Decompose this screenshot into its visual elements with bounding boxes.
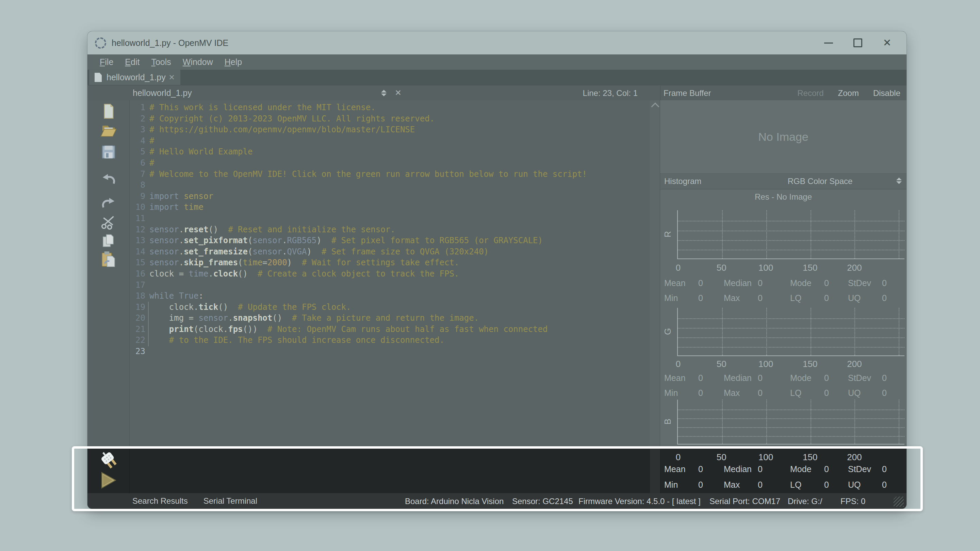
undo-button[interactable] — [88, 170, 129, 189]
open-file-button[interactable] — [88, 121, 129, 140]
bottom-tab-search-results[interactable]: Search Results — [132, 496, 188, 506]
tick-label: 50 — [717, 452, 727, 462]
line-number: 10 — [130, 202, 150, 213]
menu-item-tools[interactable]: Tools — [151, 57, 171, 67]
line-number: 20 — [130, 313, 150, 324]
selector-updown-icon[interactable] — [381, 90, 387, 96]
frame-buffer-title: Frame Buffer — [663, 89, 711, 98]
code-line: 11 — [130, 213, 650, 224]
x-axis-ticks: 050100150200 — [677, 359, 904, 370]
status-fps: FPS: 0 — [840, 497, 865, 506]
openmv-ide-window: helloworld_1.py - OpenMV IDE ✕ FileEditT… — [88, 31, 907, 509]
save-file-button[interactable] — [88, 143, 129, 162]
stat-mean: Mean0 — [664, 278, 724, 288]
line-number: 5 — [130, 146, 150, 157]
scrollbar-track-dark[interactable] — [650, 446, 660, 493]
x-axis-ticks: 050100150200 — [677, 452, 904, 464]
tick-label: 150 — [803, 452, 817, 462]
status-board: Board: Arduino Nicla Vision — [405, 497, 504, 506]
line-text: # to the IDE. The FPS should increase on… — [150, 335, 444, 346]
document-selector[interactable]: helloworld_1.py — [133, 88, 192, 98]
main-area: 1# This work is licensed under the MIT l… — [88, 100, 907, 493]
undo-icon — [100, 171, 118, 189]
code-editor[interactable]: 1# This work is licensed under the MIT l… — [130, 100, 660, 493]
line-number: 6 — [130, 157, 150, 169]
code-line: 20 img = sensor.snapshot() # Take a pict… — [130, 313, 650, 324]
menu-item-help[interactable]: Help — [224, 57, 242, 67]
zoom-button[interactable]: Zoom — [838, 89, 859, 98]
title-bar[interactable]: helloworld_1.py - OpenMV IDE ✕ — [88, 31, 907, 54]
record-button: Record — [797, 89, 824, 98]
minimize-button[interactable] — [814, 31, 843, 54]
resize-grip[interactable] — [894, 497, 904, 507]
disable-button[interactable]: Disable — [873, 89, 900, 98]
code-line: 14sensor.set_framesize(sensor.QVGA) # Se… — [130, 246, 650, 257]
copy-button[interactable] — [88, 231, 129, 250]
panel-divider — [660, 86, 660, 101]
channel-label-b: B — [662, 415, 673, 429]
save-floppy-icon — [100, 143, 118, 161]
menu-item-edit[interactable]: Edit — [125, 57, 140, 67]
close-icon: ✕ — [883, 38, 891, 48]
tick-label: 0 — [676, 452, 681, 462]
new-file-button[interactable] — [88, 102, 129, 121]
tab-close-icon[interactable]: ✕ — [169, 73, 175, 82]
scroll-up-icon[interactable] — [651, 102, 659, 111]
selector-close-icon[interactable]: ✕ — [395, 88, 401, 98]
code-line: 8 — [130, 179, 650, 191]
code-line: 9import sensor — [130, 191, 650, 202]
line-text: # Copyright (c) 2013-2023 OpenMV LLC. Al… — [150, 113, 434, 124]
stat-mode: Mode0 — [790, 373, 848, 383]
new-file-icon — [100, 103, 117, 120]
tool-sidebar — [88, 100, 130, 493]
status-sensor: Sensor: GC2145 — [512, 497, 573, 506]
line-text: # Welcome to the OpenMV IDE! Click on th… — [150, 169, 587, 180]
tab-helloworld[interactable]: helloworld_1.py ✕ — [89, 70, 180, 85]
menu-item-window[interactable]: Window — [183, 57, 213, 67]
color-space-updown-icon[interactable] — [896, 178, 902, 184]
code-line: 4# — [130, 135, 650, 147]
channel-label-r: R — [662, 227, 673, 241]
tab-label: helloworld_1.py — [107, 73, 166, 82]
run-script-button[interactable] — [98, 470, 119, 491]
stat-median: Median0 — [724, 464, 790, 474]
line-number: 8 — [130, 179, 150, 191]
line-number: 16 — [130, 268, 150, 279]
line-col-indicator: Line: 23, Col: 1 — [583, 89, 638, 98]
stat-mode: Mode0 — [790, 278, 848, 288]
document-icon — [95, 73, 102, 82]
tick-label: 200 — [847, 359, 862, 369]
maximize-button[interactable] — [843, 31, 872, 54]
redo-button[interactable] — [88, 194, 129, 213]
line-text: sensor.set_framesize(sensor.QVGA) # Set … — [150, 246, 488, 257]
indent-guide — [148, 302, 149, 346]
line-text: import sensor — [150, 191, 213, 202]
cut-scissors-icon — [100, 214, 117, 230]
code-line: 2# Copyright (c) 2013-2023 OpenMV LLC. A… — [130, 113, 650, 124]
line-text: while True: — [150, 291, 204, 302]
line-number: 22 — [130, 335, 150, 346]
frame-buffer-view: No Image — [660, 100, 907, 173]
bottom-tab-serial-terminal[interactable]: Serial Terminal — [204, 496, 257, 506]
connect-plug-icon — [98, 449, 119, 470]
cut-button[interactable] — [88, 213, 129, 232]
menu-item-file[interactable]: File — [100, 57, 113, 67]
frame-buffer-panel: No Image Histogram RGB Color Space Res -… — [660, 100, 907, 493]
code-line: 21 print(clock.fps()) # Note: OpenMV Cam… — [130, 324, 650, 335]
color-space-select[interactable]: RGB Color Space — [769, 176, 871, 186]
line-text: # — [150, 135, 154, 147]
histogram-section-g: G050100150200Mean0Median0Mode0StDev0Min0… — [660, 302, 907, 400]
line-number: 19 — [130, 302, 150, 313]
minimize-icon — [824, 43, 833, 43]
close-button[interactable]: ✕ — [872, 31, 902, 54]
editor-scrollbar[interactable] — [650, 100, 660, 493]
no-image-text: No Image — [758, 130, 808, 143]
connect-button[interactable] — [98, 449, 119, 470]
bottom-bar: Search ResultsSerial Terminal Board: Ard… — [88, 493, 907, 509]
stats-row: Mean0Median0Mode0StDev0 — [664, 278, 904, 288]
paste-button[interactable] — [88, 250, 129, 269]
line-text: # Hello World Example — [150, 146, 253, 157]
histogram-plot-g — [677, 308, 904, 356]
stat-median: Median0 — [724, 278, 790, 288]
desktop: helloworld_1.py - OpenMV IDE ✕ FileEditT… — [0, 0, 980, 551]
